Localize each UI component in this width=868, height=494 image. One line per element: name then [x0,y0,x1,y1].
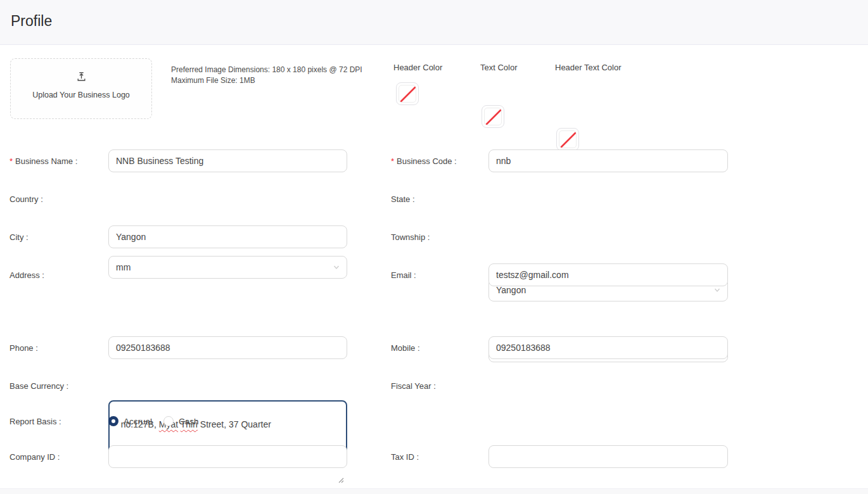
no-color-icon [559,130,577,148]
base-currency-label: Base Currency : [10,374,68,397]
business-code-label: * Business Code : [391,149,457,172]
company-id-label: Company ID : [10,445,60,468]
required-asterisk: * [391,156,394,166]
hint-image-dimensions: Preferred Image Dimensions: 180 x 180 pi… [171,65,362,75]
business-name-label: * Business Name : [10,149,77,172]
business-code-input[interactable] [488,149,728,172]
state-label: State : [391,187,415,210]
text-color-swatch[interactable] [482,105,504,128]
phone-input[interactable] [108,336,347,359]
no-color-icon [484,108,502,125]
header-text-color-swatch[interactable] [556,128,579,151]
radio-selected-icon [108,416,118,426]
email-input[interactable] [488,263,728,286]
email-label: Email : [391,263,416,286]
radio-unselected-icon [163,416,174,426]
radio-cash[interactable]: Cash [163,416,199,426]
no-color-icon [399,85,416,103]
header-text-color-label: Header Text Color [555,63,622,72]
upload-logo-button[interactable]: Upload Your Business Logo [10,58,152,119]
township-label: Township : [391,225,430,248]
upload-logo-label: Upload Your Business Logo [32,91,130,99]
country-label: Country : [10,187,43,210]
address-label: Address : [10,263,44,286]
report-basis-label: Report Basis : [10,410,61,433]
page-title: Profile [11,13,52,30]
required-asterisk: * [10,156,13,166]
mobile-label: Mobile : [391,336,420,359]
page-header [0,0,868,45]
header-color-swatch[interactable] [396,82,419,105]
report-basis-radio-group: Accrual Cash [108,410,199,433]
upload-icon [76,72,87,82]
city-input[interactable] [108,225,347,248]
hint-max-file-size: Maximum File Size: 1MB [171,75,362,86]
city-label: City : [10,225,29,248]
business-name-input[interactable] [108,149,347,172]
radio-accrual[interactable]: Accrual [108,416,152,426]
tax-id-input[interactable] [488,445,728,468]
address-text: Street, 37 Quarter [198,419,271,429]
fiscal-year-label: Fiscal Year : [391,374,436,397]
company-id-input[interactable] [108,445,347,468]
state-value: Yangon [496,285,526,295]
phone-label: Phone : [10,336,38,359]
header-color-label: Header Color [393,63,442,72]
tax-id-label: Tax ID : [391,445,419,468]
country-select[interactable]: mm [108,256,347,279]
chevron-down-icon [713,286,721,294]
footer-strip [0,488,868,494]
mobile-input[interactable] [488,336,728,359]
text-color-label: Text Color [480,63,518,72]
upload-hints: Preferred Image Dimensions: 180 x 180 pi… [171,65,362,86]
chevron-down-icon [333,263,340,271]
country-value: mm [116,262,131,272]
